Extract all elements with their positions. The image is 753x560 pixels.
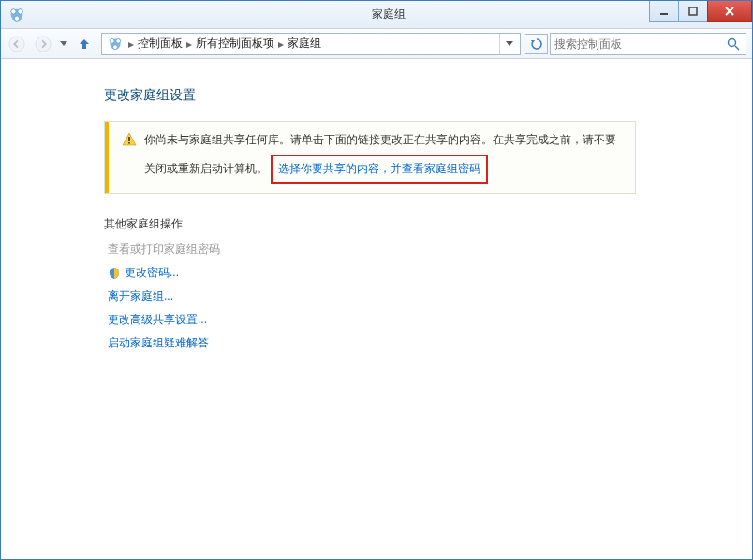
forward-button[interactable]: [31, 32, 55, 56]
view-print-password-link: 查看或打印家庭组密码: [108, 242, 724, 258]
svg-rect-17: [128, 142, 130, 144]
breadcrumb-mid[interactable]: 所有控制面板项: [194, 36, 276, 52]
breadcrumb: ▸ 控制面板 ▸ 所有控制面板项 ▸ 家庭组: [126, 36, 323, 52]
breadcrumb-root[interactable]: 控制面板: [136, 36, 185, 52]
close-button[interactable]: [707, 1, 752, 22]
highlighted-link-box: 选择你要共享的内容，并查看家庭组密码: [271, 155, 488, 184]
back-button[interactable]: [5, 32, 29, 56]
page-title: 更改家庭组设置: [104, 87, 724, 104]
search-input[interactable]: [554, 37, 742, 51]
svg-point-3: [14, 15, 19, 20]
svg-point-9: [36, 36, 51, 51]
search-icon: [727, 37, 740, 51]
leave-homegroup-link[interactable]: 离开家庭组...: [108, 288, 724, 304]
breadcrumb-leaf[interactable]: 家庭组: [286, 36, 323, 52]
svg-point-1: [11, 8, 16, 13]
address-bar[interactable]: ▸ 控制面板 ▸ 所有控制面板项 ▸ 家庭组: [101, 33, 521, 55]
navbar: ▸ 控制面板 ▸ 所有控制面板项 ▸ 家庭组: [1, 29, 752, 59]
shield-icon: [108, 267, 121, 280]
warning-icon: [122, 132, 137, 147]
share-content-link[interactable]: 选择你要共享的内容，并查看家庭组密码: [278, 162, 480, 175]
notice-text-block: 你尚未与家庭组共享任何库。请单击下面的链接更改正在共享的内容。在共享完成之前，请…: [144, 131, 622, 184]
window-controls: [650, 1, 752, 22]
chevron-right-icon[interactable]: ▸: [185, 37, 194, 51]
homegroup-icon: [8, 7, 25, 23]
change-password-link[interactable]: 更改密码...: [108, 265, 724, 281]
history-dropdown[interactable]: [57, 33, 70, 55]
svg-rect-5: [689, 7, 697, 15]
svg-line-15: [735, 46, 739, 50]
search-box[interactable]: [550, 33, 746, 55]
svg-point-2: [18, 8, 22, 13]
titlebar: 家庭组: [1, 1, 752, 29]
maximize-button[interactable]: [678, 1, 708, 22]
svg-point-8: [9, 36, 24, 51]
svg-point-11: [110, 38, 114, 43]
minimize-button[interactable]: [649, 1, 679, 22]
link-list: 查看或打印家庭组密码 更改密码... 离开家庭组... 更改高级共享设置... …: [108, 242, 724, 351]
chevron-right-icon[interactable]: ▸: [276, 37, 286, 51]
troubleshoot-link[interactable]: 启动家庭组疑难解答: [108, 335, 724, 351]
content: 更改家庭组设置 你尚未与家庭组共享任何库。请单击下面的链接更改正在共享的内容。在…: [1, 59, 752, 351]
svg-point-12: [116, 38, 121, 43]
svg-rect-16: [128, 137, 130, 141]
up-button[interactable]: [74, 34, 95, 54]
notice-box: 你尚未与家庭组共享任何库。请单击下面的链接更改正在共享的内容。在共享完成之前，请…: [104, 121, 636, 194]
svg-point-14: [729, 38, 736, 46]
address-dropdown[interactable]: [499, 34, 518, 54]
svg-point-13: [113, 44, 118, 49]
chevron-right-icon[interactable]: ▸: [126, 37, 136, 51]
homegroup-icon: [108, 37, 123, 52]
refresh-button[interactable]: [525, 34, 548, 54]
window-title: 家庭组: [25, 7, 752, 22]
advanced-sharing-link[interactable]: 更改高级共享设置...: [108, 312, 724, 328]
other-actions-title: 其他家庭组操作: [104, 216, 724, 232]
